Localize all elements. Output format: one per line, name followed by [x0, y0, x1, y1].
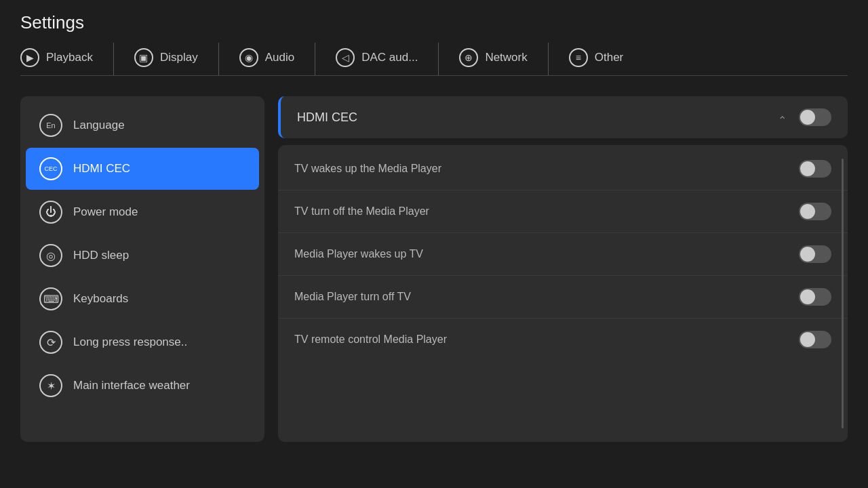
toggle-knob-tv-remote — [800, 332, 815, 347]
sidebar-label-hdmi-cec: HDMI CEC — [73, 162, 130, 176]
tab-other[interactable]: ≡ Other — [569, 43, 644, 75]
hdmi-cec-top-card: HDMI CEC — [278, 96, 848, 138]
sidebar-icon-power-mode: ⏻ — [39, 201, 62, 224]
sidebar-label-hdd-sleep: HDD sleep — [73, 249, 129, 262]
option-label-tv-remote: TV remote control Media Player — [294, 333, 447, 346]
sidebar-item-hdd-sleep[interactable]: ◎ HDD sleep — [26, 235, 259, 277]
sidebar-item-main-weather[interactable]: ✶ Main interface weather — [26, 365, 259, 407]
tab-label-network: Network — [485, 51, 527, 64]
main-panel: HDMI CEC TV wakes up the Media Player TV… — [278, 96, 848, 442]
sidebar-icon-long-press: ⟳ — [39, 331, 62, 354]
sidebar-icon-language: En — [39, 114, 62, 137]
toggle-tv-turnoff[interactable] — [799, 203, 831, 220]
option-label-tv-turnoff: TV turn off the Media Player — [294, 205, 429, 218]
scroll-up-icon[interactable]: ⌃ — [778, 114, 787, 127]
sidebar-item-power-mode[interactable]: ⏻ Power mode — [26, 191, 259, 233]
hdmi-cec-toggle-knob — [800, 110, 815, 125]
tabs-bar: ▶ Playback ▣ Display ◉ Audio ◁ DAC aud..… — [20, 43, 848, 76]
option-row-tv-turnoff: TV turn off the Media Player — [278, 190, 848, 233]
options-card: TV wakes up the Media Player TV turn off… — [278, 145, 848, 442]
toggle-knob-tv-turnoff — [800, 204, 815, 219]
sidebar-item-language[interactable]: En Language — [26, 104, 259, 146]
tab-icon-network: ⊕ — [459, 48, 478, 67]
sidebar-label-power-mode: Power mode — [73, 205, 138, 219]
tab-icon-dac: ◁ — [336, 48, 355, 67]
toggle-knob-mp-turnoff — [800, 289, 815, 304]
content-area: En Language CEC HDMI CEC ⏻ Power mode ◎ … — [0, 83, 868, 455]
sidebar-label-language: Language — [73, 119, 125, 132]
tab-label-dac: DAC aud... — [361, 51, 418, 64]
toggle-mp-turnoff[interactable] — [799, 288, 831, 306]
toggle-knob-tv-wakes — [800, 161, 815, 176]
option-row-tv-remote: TV remote control Media Player — [278, 319, 848, 361]
tab-icon-display: ▣ — [134, 48, 153, 67]
sidebar-label-long-press: Long press response.. — [73, 336, 187, 349]
tab-icon-other: ≡ — [569, 48, 588, 67]
sidebar-icon-main-weather: ✶ — [39, 374, 62, 397]
tab-label-audio: Audio — [265, 51, 294, 64]
sidebar-item-long-press[interactable]: ⟳ Long press response.. — [26, 321, 259, 363]
toggle-mp-wakes[interactable] — [799, 245, 831, 263]
tab-audio[interactable]: ◉ Audio — [239, 43, 315, 75]
option-row-mp-turnoff: Media Player turn off TV — [278, 276, 848, 319]
tab-dac[interactable]: ◁ DAC aud... — [336, 43, 439, 75]
sidebar-label-main-weather: Main interface weather — [73, 379, 190, 392]
sidebar-item-keyboards[interactable]: ⌨ Keyboards — [26, 278, 259, 320]
sidebar-label-keyboards: Keyboards — [73, 292, 128, 306]
page-title: Settings — [20, 12, 848, 33]
toggle-tv-remote[interactable] — [799, 331, 831, 348]
option-row-tv-wakes: TV wakes up the Media Player — [278, 148, 848, 190]
sidebar-icon-keyboards: ⌨ — [39, 287, 62, 310]
hdmi-cec-label: HDMI CEC — [297, 110, 357, 125]
tab-label-other: Other — [595, 51, 624, 64]
tab-label-playback: Playback — [46, 51, 93, 64]
option-label-mp-wakes: Media Player wakes up TV — [294, 248, 423, 260]
sidebar: En Language CEC HDMI CEC ⏻ Power mode ◎ … — [20, 96, 264, 442]
tab-display[interactable]: ▣ Display — [134, 43, 219, 75]
option-label-tv-wakes: TV wakes up the Media Player — [294, 163, 441, 175]
hdmi-cec-toggle[interactable] — [799, 108, 831, 126]
tab-network[interactable]: ⊕ Network — [459, 43, 548, 75]
toggle-tv-wakes[interactable] — [799, 160, 831, 178]
tab-playback[interactable]: ▶ Playback — [20, 43, 114, 75]
option-label-mp-turnoff: Media Player turn off TV — [294, 291, 411, 303]
tab-icon-playback: ▶ — [20, 48, 39, 67]
sidebar-item-hdmi-cec[interactable]: CEC HDMI CEC — [26, 148, 259, 190]
sidebar-icon-hdmi-cec: CEC — [39, 157, 62, 180]
tab-icon-audio: ◉ — [239, 48, 258, 67]
option-row-mp-wakes: Media Player wakes up TV — [278, 233, 848, 276]
tab-label-display: Display — [160, 51, 198, 64]
scrollbar[interactable] — [842, 159, 844, 428]
sidebar-icon-hdd-sleep: ◎ — [39, 244, 62, 267]
toggle-knob-mp-wakes — [800, 247, 815, 262]
